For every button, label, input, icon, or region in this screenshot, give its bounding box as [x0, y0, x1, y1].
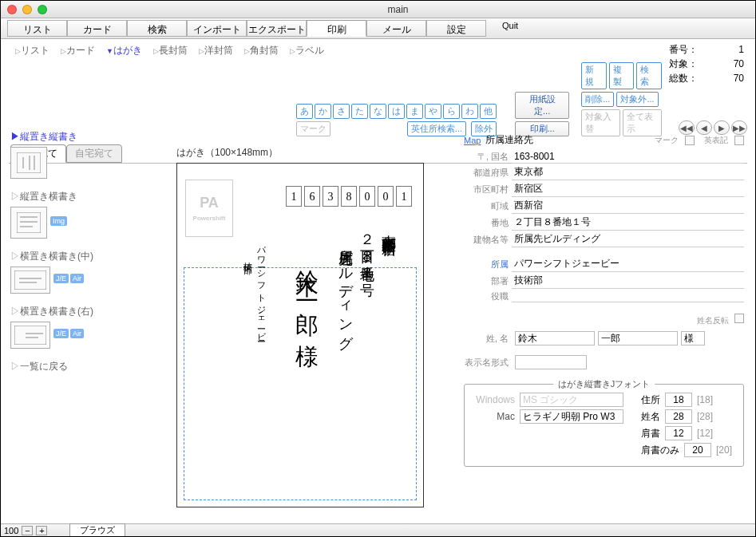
firstname-input[interactable] [598, 331, 678, 345]
dispname-input[interactable] [515, 355, 587, 369]
role-field[interactable] [512, 290, 744, 302]
browse-tab[interactable]: ブラウズ [69, 523, 125, 537]
mac-font-select[interactable] [520, 409, 623, 424]
svg-rect-4 [17, 212, 41, 233]
postal-field[interactable]: 163-8001 [512, 150, 744, 164]
city-label: 市区町村 [464, 184, 512, 195]
kana-sa[interactable]: さ [333, 104, 350, 119]
thumb-horiz-right-icon [10, 322, 50, 349]
kana-ma[interactable]: ま [406, 104, 423, 119]
showall-button[interactable]: 全て表示 [623, 109, 662, 136]
badge-je-1: J/E [53, 274, 69, 283]
zip-5: 0 [359, 186, 375, 207]
town-field[interactable]: 西新宿 [512, 198, 744, 214]
tab-settings[interactable]: 設定 [426, 20, 486, 37]
subtab-hagaki[interactable]: ▼はがき [106, 44, 142, 57]
zip-boxes: 1 6 3 8 0 0 1 [286, 186, 412, 207]
page-setup-button[interactable]: 用紙設定... [515, 92, 569, 119]
zoom-in-icon[interactable]: + [36, 526, 47, 535]
affiliation-label[interactable]: 所属 [464, 259, 512, 270]
zip-1: 1 [286, 186, 302, 207]
status-bar: 100 − + ブラウズ [1, 523, 755, 536]
total-label: 総数： [669, 71, 698, 85]
kana-ta[interactable]: た [351, 104, 368, 119]
street-field[interactable]: ２丁目８番地１号 [512, 215, 744, 231]
fields-panel: Map 所属連絡先 マーク 英表記 〒, 国名163-8001 都道府県東京都 … [464, 133, 744, 467]
dept-field[interactable]: 技術部 [512, 273, 744, 289]
mark-checkbox[interactable] [685, 136, 695, 145]
target-exclude-button[interactable]: 対象外... [616, 92, 658, 107]
zip-7: 1 [396, 186, 412, 207]
subtab-long-env[interactable]: ▷長封筒 [153, 44, 188, 57]
stamp-powershift: Powershift [193, 215, 226, 222]
tab-print[interactable]: 印刷 [307, 20, 366, 37]
name-reverse-checkbox[interactable] [734, 314, 744, 323]
name-reverse-label: 姓名反転 [697, 316, 729, 325]
swap-button[interactable]: 対象入替 [581, 109, 620, 136]
subtab-square-env[interactable]: ▷角封筒 [244, 44, 279, 57]
kana-na[interactable]: な [370, 104, 386, 119]
eng-checkbox[interactable] [734, 136, 744, 145]
minimize-icon[interactable] [22, 5, 32, 14]
shoulder-only-input[interactable] [684, 443, 711, 457]
opt-horiz-right[interactable]: ▷横置き横書き(右) J/EAir [10, 305, 138, 349]
kana-ka[interactable]: か [315, 104, 331, 119]
name-size-input[interactable] [665, 409, 692, 424]
subtab-western-env[interactable]: ▷洋封筒 [199, 44, 233, 57]
opt-horiz-center[interactable]: ▷横置き横書き(中) J/EAir [10, 250, 138, 294]
kana-a[interactable]: あ [296, 104, 313, 119]
new-button[interactable]: 新規 [581, 62, 607, 89]
kana-other[interactable]: 他 [480, 104, 497, 119]
stamp-pa: PA [200, 195, 219, 211]
opt-back-to-list[interactable]: ▷一覧に戻る [10, 360, 138, 373]
shoulder-size-input[interactable] [665, 426, 692, 440]
addr-size-input[interactable] [665, 393, 692, 407]
mark-pill[interactable]: マーク [296, 121, 331, 136]
tab-list[interactable]: リスト [7, 20, 67, 37]
badge-je-2: J/E [53, 329, 69, 338]
search-button[interactable]: 検索 [636, 62, 662, 89]
zip-4: 8 [341, 186, 357, 207]
duplicate-button[interactable]: 複製 [609, 62, 635, 89]
zoom-icon[interactable] [38, 5, 47, 14]
opt-vert-vert[interactable]: ▶縦置き縦書き [10, 130, 138, 179]
tab-export[interactable]: エクスポート [247, 20, 307, 37]
kana-ha[interactable]: は [388, 104, 405, 119]
zip-6: 0 [378, 186, 394, 207]
zoom-out-icon[interactable]: − [22, 526, 33, 535]
name-default: [28] [697, 411, 713, 422]
thumb-vert-horiz-icon [10, 207, 47, 239]
thumb-horiz-center-icon [10, 267, 50, 294]
honorific-input[interactable] [681, 331, 705, 345]
stamp-box: PA Powershift [185, 180, 233, 237]
subtab-list[interactable]: ▷リスト [15, 44, 49, 57]
preview-name: 鈴木 一郎 様 [291, 251, 323, 331]
pref-field[interactable]: 東京都 [512, 164, 744, 180]
number-label: 番号： [669, 42, 698, 57]
eng-search-button[interactable]: 英住所検索... [407, 121, 466, 136]
affiliation-field[interactable]: パワーシフトジェービー [512, 256, 744, 272]
subtab-card[interactable]: ▷カード [61, 44, 95, 57]
quit-button[interactable]: Quit [486, 18, 534, 38]
shoulder-size-label: 肩書 [641, 427, 660, 440]
close-icon[interactable] [7, 5, 17, 14]
kana-ra[interactable]: ら [443, 104, 460, 119]
tab-mail[interactable]: メール [366, 20, 426, 37]
lastname-input[interactable] [515, 331, 595, 345]
mac-label: Mac [471, 411, 515, 422]
subtab-label[interactable]: ▷ラベル [290, 44, 324, 57]
shoulder-only-label: 肩書のみ [641, 444, 679, 457]
tab-import[interactable]: インポート [187, 20, 247, 37]
tab-card[interactable]: カード [67, 20, 127, 37]
eng-label: 英表記 [704, 135, 728, 146]
street-label: 番地 [464, 217, 512, 229]
city-field[interactable]: 新宿区 [512, 181, 744, 197]
tab-search[interactable]: 検索 [127, 20, 187, 37]
map-link[interactable]: Map [464, 136, 481, 145]
delete-button[interactable]: 削除... [581, 92, 614, 107]
kana-ya[interactable]: や [425, 104, 441, 119]
opt-vert-horiz[interactable]: ▷縦置き横書き Img [10, 190, 138, 239]
kana-wa[interactable]: わ [461, 104, 478, 119]
bldg-field[interactable]: 所属先ビルディング [512, 231, 744, 247]
sub-toolbar: ▷リスト ▷カード ▼はがき ▷長封筒 ▷洋封筒 ▷角封筒 ▷ラベル [1, 39, 755, 59]
